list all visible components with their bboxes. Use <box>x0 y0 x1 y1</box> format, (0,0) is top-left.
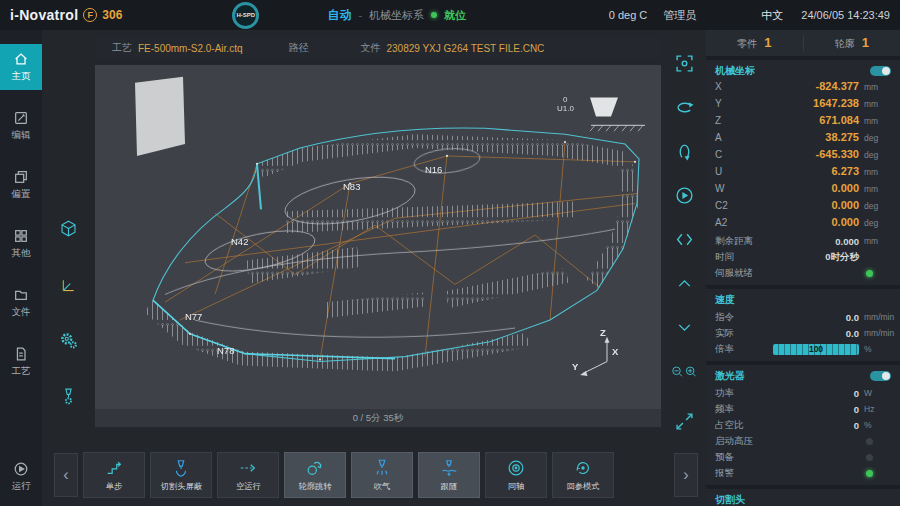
servo-ready-label: 伺服就绪 <box>715 267 753 280</box>
coord-row: Y1647.238mm <box>715 97 891 114</box>
follow-icon <box>439 458 459 478</box>
language-selector[interactable]: 中文 <box>761 8 783 23</box>
toolbar-button-label: 回参模式 <box>566 480 599 492</box>
alarm-indicator <box>866 470 873 477</box>
dry-run-button[interactable]: 空运行 <box>217 452 279 498</box>
viewport-stack: 工艺 FE-500mm-S2.0-Air.ctq 路径 文件 230829 YX… <box>94 30 662 450</box>
servo-ready-indicator <box>866 270 873 277</box>
toolbar-button-label: 吹气 <box>374 480 391 492</box>
speed-unit: mm/min <box>864 328 891 338</box>
sidebar-item-edit[interactable]: 编辑 <box>0 103 42 149</box>
toolbar-next-button[interactable]: › <box>674 453 698 497</box>
current-user[interactable]: 管理员 <box>663 8 696 23</box>
play-preview-button[interactable] <box>671 182 697 208</box>
cnc-file-name[interactable]: 230829 YXJ G264 TEST FILE.CNC <box>386 43 544 54</box>
axis-value: 0.000 <box>831 216 859 228</box>
top-bar: i-Novatrol F 306 H-SPD 自动 - 机械坐标系 就位 0 d… <box>0 0 900 30</box>
toolpath-viewport[interactable]: N83 N16 N42 N77 N78 0 U1.0 Z X Y 0 / 5分 … <box>94 64 662 428</box>
pan-horizontal-button[interactable] <box>671 226 697 252</box>
node-label: N78 <box>217 345 234 356</box>
process-file-name[interactable]: FE-500mm-S2.0-Air.ctq <box>138 43 242 54</box>
ready-indicator <box>866 454 873 461</box>
single-step-button[interactable]: 单步 <box>83 452 145 498</box>
head-shield-button[interactable]: 切割头屏蔽 <box>150 452 212 498</box>
remaining-unit: mm <box>864 236 891 246</box>
laser-frequency-row: 频率0Hz <box>715 401 891 417</box>
view-3d-button[interactable] <box>55 215 81 241</box>
home-reference-button[interactable]: 回参模式 <box>552 452 614 498</box>
view-tool-column-right <box>662 30 706 450</box>
sidebar-item-label: 文件 <box>12 306 31 319</box>
axis-value: 6.273 <box>831 165 859 177</box>
rotate-vertical-button[interactable] <box>671 138 697 164</box>
sidebar-item-other[interactable]: 其他 <box>0 221 42 267</box>
follow-button[interactable]: 跟随 <box>418 452 480 498</box>
override-slider[interactable]: 100 <box>773 344 859 355</box>
axis-unit: mm <box>864 167 891 177</box>
override-row: 倍率 100 % <box>715 341 891 357</box>
sidebar-item-home[interactable]: 主页 <box>0 44 42 90</box>
path-label[interactable]: 路径 <box>288 41 308 55</box>
grid-icon <box>13 228 29 244</box>
machine-coords-title: 机械坐标 <box>715 64 755 78</box>
time-row: 时间 0时分秒 <box>715 249 891 265</box>
toolbar-prev-button[interactable]: ‹ <box>54 453 78 497</box>
mode-indicator[interactable]: 自动 <box>327 7 351 24</box>
rotate-vertical-icon <box>675 142 694 161</box>
main-sidebar: 主页 编辑 偏置 其他 文件 工艺 运行 <box>0 30 42 506</box>
coaxial-button[interactable]: 同轴 <box>485 452 547 498</box>
head-tool-button[interactable] <box>55 383 81 409</box>
fit-view-button[interactable] <box>671 50 697 76</box>
coaxial-icon <box>506 458 526 478</box>
speed-title: 速度 <box>715 293 735 307</box>
rotate-horizontal-button[interactable] <box>671 94 697 120</box>
chevron-up-icon <box>675 274 694 293</box>
laser-label: 频率 <box>715 403 734 416</box>
blow-gas-button[interactable]: 吹气 <box>351 452 413 498</box>
toolpath-3d-preview[interactable]: N83 N16 N42 N77 N78 0 U1.0 Z X Y <box>95 65 661 409</box>
home-reference-icon <box>573 458 593 478</box>
laser-label: 功率 <box>715 387 734 400</box>
brand: i-Novatrol F 306 <box>10 7 122 23</box>
sidebar-item-label: 其他 <box>12 247 31 260</box>
contour-jump-button[interactable]: 轮廓跳转 <box>284 452 346 498</box>
cube-icon <box>59 219 78 238</box>
workspace: 主页 编辑 偏置 其他 文件 工艺 运行 <box>0 30 900 506</box>
axis-unit: deg <box>864 201 891 211</box>
laser-unit: Hz <box>864 404 891 414</box>
settings-button[interactable] <box>55 327 81 353</box>
axes-view-button[interactable] <box>55 271 81 297</box>
offset-icon <box>13 169 29 185</box>
axes-icon <box>59 275 78 294</box>
axis-value: 1647.238 <box>813 97 859 109</box>
laser-toggle[interactable] <box>870 371 891 381</box>
document-icon <box>13 346 29 362</box>
sidebar-item-files[interactable]: 文件 <box>0 280 42 326</box>
laser-duty-row: 占空比0% <box>715 417 891 433</box>
status-panel: 零件 1 轮廓 1 机械坐标 X-824.377mm Y1647.238mm Z… <box>706 30 900 506</box>
gears-icon <box>59 331 78 350</box>
axis-unit: deg <box>864 218 891 228</box>
coords-toggle[interactable] <box>870 66 891 76</box>
remaining-distance-row: 剩余距离 0.000 mm <box>715 233 891 249</box>
coord-system-label[interactable]: 机械坐标系 <box>369 8 424 23</box>
node-label: N42 <box>231 236 248 247</box>
brand-name: i-Novatrol <box>10 7 78 23</box>
axis-name: C2 <box>715 200 737 211</box>
axis-name: A <box>715 132 737 143</box>
toolbar-button-label: 同轴 <box>508 480 525 492</box>
axis-y-label: Y <box>572 362 579 373</box>
pan-down-button[interactable] <box>671 314 697 340</box>
speed-value: 0.0 <box>846 312 859 323</box>
part-counter: 零件 1 <box>706 35 803 51</box>
speed-label: 实际 <box>715 327 734 340</box>
fullscreen-button[interactable] <box>671 408 697 434</box>
folder-icon <box>13 287 29 303</box>
fit-view-icon <box>675 54 694 73</box>
pan-up-button[interactable] <box>671 270 697 296</box>
coord-row: X-824.377mm <box>715 80 891 97</box>
sidebar-item-offset[interactable]: 偏置 <box>0 162 42 208</box>
sidebar-item-process[interactable]: 工艺 <box>0 339 42 385</box>
sidebar-item-run[interactable]: 运行 <box>0 454 42 500</box>
zoom-buttons[interactable] <box>671 358 697 384</box>
